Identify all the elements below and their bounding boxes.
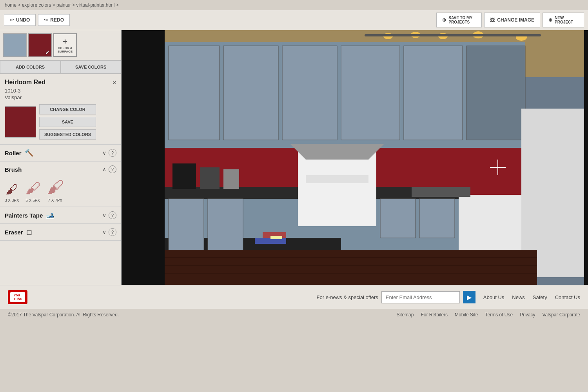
- new-project-button[interactable]: ⊕ NEW PROJECT: [543, 13, 584, 27]
- toolbar-left: ↩ UNDO ↪ REDO: [4, 14, 70, 26]
- undo-button[interactable]: ↩ UNDO: [4, 14, 36, 26]
- change-image-button[interactable]: 🖼 CHANGE IMAGE: [484, 13, 540, 27]
- safety-link[interactable]: Safety: [533, 294, 547, 300]
- color-swatches-row: + COLOR & SURFACE: [0, 30, 121, 60]
- retailers-link[interactable]: For Retailers: [421, 312, 448, 318]
- roller-chevron: ∨: [102, 150, 106, 156]
- redo-icon: ↪: [44, 17, 48, 23]
- brush-5px-label: 5 X 5PX: [25, 198, 40, 203]
- email-input[interactable]: [381, 291, 460, 303]
- red-swatch[interactable]: [28, 33, 52, 57]
- color-code: 1010-3: [5, 88, 116, 94]
- color-brand: Valspar: [5, 94, 116, 100]
- copyright-text: ©2017 The Valspar Corporation. All Right…: [8, 312, 119, 318]
- svg-rect-4: [169, 46, 220, 140]
- brush-chevron: ∧: [102, 166, 106, 172]
- eraser-header[interactable]: Eraser ◻ ∨ ?: [5, 228, 116, 236]
- painters-tape-help-button[interactable]: ?: [109, 211, 116, 219]
- roller-help-button[interactable]: ?: [109, 149, 116, 157]
- svg-rect-25: [412, 187, 470, 197]
- svg-rect-41: [270, 236, 282, 239]
- save-button[interactable]: SAVE: [39, 117, 96, 127]
- undo-icon: ↩: [10, 17, 14, 23]
- eraser-chevron: ∨: [102, 229, 106, 235]
- color-info-panel: Heirloom Red × 1010-3 Valspar CHANGE COL…: [0, 74, 121, 145]
- sitemap-link[interactable]: Sitemap: [396, 312, 414, 318]
- brush-title: Brush: [5, 166, 22, 173]
- svg-rect-35: [200, 167, 220, 189]
- image-icon: 🖼: [490, 17, 495, 23]
- painters-tape-title: Painters Tape: [5, 212, 43, 219]
- svg-rect-6: [282, 46, 337, 140]
- redo-button[interactable]: ↪ REDO: [38, 14, 70, 26]
- eraser-section: Eraser ◻ ∨ ?: [0, 224, 121, 241]
- svg-marker-22: [290, 144, 384, 160]
- sidebar: + COLOR & SURFACE ADD COLORS SAVE COLORS…: [0, 30, 122, 285]
- add-save-row: ADD COLORS SAVE COLORS: [0, 60, 121, 74]
- submit-arrow-icon: ▶: [467, 294, 472, 301]
- painters-tape-chevron: ∨: [102, 212, 106, 218]
- new-project-icon: ⊕: [548, 17, 552, 23]
- svg-rect-28: [380, 199, 416, 238]
- brush-options: 🖌 3 X 3PX 🖌 5 X 5PX 🖌 7 X 7PX: [5, 177, 116, 203]
- change-color-button[interactable]: CHANGE COLOR: [39, 104, 96, 114]
- footer-main: YouTube For e-news & special offers ▶ Ab…: [0, 285, 588, 309]
- brush-section: Brush ∧ ? 🖌 3 X 3PX 🖌 5 X 5PX 🖌: [0, 162, 121, 207]
- save-colors-button[interactable]: SAVE COLORS: [61, 60, 122, 74]
- color-preview-box: [5, 106, 36, 138]
- toolbar-right: ⊕ SAVE TO MY PROJECTS 🖼 CHANGE IMAGE ⊕ N…: [436, 13, 584, 27]
- footer-links: About Us News Safety Contact Us: [483, 294, 580, 300]
- brush-3px-icon: 🖌: [5, 182, 18, 197]
- brush-help-button[interactable]: ?: [109, 165, 116, 173]
- painters-tape-header[interactable]: Painters Tape 🎿 ∨ ?: [5, 211, 116, 220]
- breadcrumb: home > explore colors > painter > virtua…: [0, 0, 588, 10]
- add-colors-button[interactable]: ADD COLORS: [0, 60, 61, 74]
- color-preview-row: CHANGE COLOR SAVE SUGGESTED COLORS: [5, 104, 116, 140]
- terms-link[interactable]: Terms of Use: [485, 312, 513, 318]
- contact-link[interactable]: Contact Us: [555, 294, 580, 300]
- youtube-button[interactable]: YouTube: [8, 290, 27, 304]
- footer-bottom-links: Sitemap For Retailers Mobile Site Terms …: [396, 312, 580, 318]
- painters-tape-section: Painters Tape 🎿 ∨ ?: [0, 207, 121, 224]
- svg-rect-5: [223, 46, 278, 140]
- news-link[interactable]: News: [512, 294, 525, 300]
- brush-header[interactable]: Brush ∧ ?: [5, 165, 116, 173]
- close-color-button[interactable]: ×: [112, 79, 116, 87]
- kitchen-canvas[interactable]: [122, 30, 588, 285]
- color-surface-button[interactable]: + COLOR & SURFACE: [53, 33, 77, 57]
- roller-section: Roller 🔨 ∨ ?: [0, 145, 121, 162]
- brush-3px[interactable]: 🖌 3 X 3PX: [5, 182, 19, 203]
- svg-rect-9: [466, 46, 525, 140]
- color-actions: CHANGE COLOR SAVE SUGGESTED COLORS: [39, 104, 96, 140]
- save-icon: ⊕: [442, 17, 446, 23]
- youtube-icon: YouTube: [10, 292, 25, 302]
- color-name: Heirloom Red: [5, 79, 45, 86]
- privacy-link[interactable]: Privacy: [520, 312, 535, 318]
- brush-7px[interactable]: 🖌 7 X 7PX: [47, 177, 64, 203]
- svg-rect-8: [404, 46, 463, 140]
- svg-rect-20: [298, 152, 376, 226]
- suggested-colors-button[interactable]: SUGGESTED COLORS: [39, 129, 96, 140]
- brush-7px-label: 7 X 7PX: [48, 198, 62, 203]
- brush-5px-icon: 🖌: [25, 180, 40, 197]
- enews-label: For e-news & special offers: [317, 294, 378, 300]
- email-submit-button[interactable]: ▶: [463, 291, 475, 303]
- blue-swatch[interactable]: [3, 33, 27, 57]
- eraser-help-button[interactable]: ?: [109, 228, 116, 236]
- mobile-link[interactable]: Mobile Site: [455, 312, 478, 318]
- footer-bottom: ©2017 The Valspar Corporation. All Right…: [0, 309, 588, 321]
- about-link[interactable]: About Us: [483, 294, 504, 300]
- svg-rect-30: [165, 250, 537, 285]
- painters-tape-icon: 🎿: [46, 211, 54, 220]
- image-area[interactable]: [122, 30, 588, 285]
- brush-5px[interactable]: 🖌 5 X 5PX: [25, 180, 40, 203]
- roller-icon: 🔨: [25, 149, 33, 157]
- save-projects-button[interactable]: ⊕ SAVE TO MY PROJECTS: [436, 13, 482, 27]
- roller-header[interactable]: Roller 🔨 ∨ ?: [5, 149, 116, 157]
- content-area: + COLOR & SURFACE ADD COLORS SAVE COLORS…: [0, 30, 588, 285]
- eraser-title: Eraser: [5, 229, 23, 236]
- brush-7px-icon: 🖌: [47, 177, 64, 197]
- svg-rect-29: [419, 199, 455, 238]
- svg-rect-21: [306, 175, 368, 183]
- corporate-link[interactable]: Valspar Corporate: [543, 312, 581, 318]
